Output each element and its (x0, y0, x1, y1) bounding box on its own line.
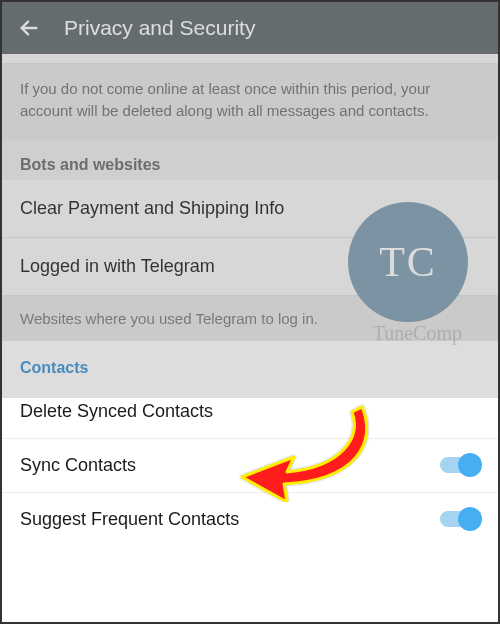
sync-contacts-label: Sync Contacts (20, 455, 136, 476)
watermark-logo-text: TC (379, 238, 437, 286)
inactivity-note: If you do not come online at least once … (2, 64, 498, 140)
delete-synced-label: Delete Synced Contacts (20, 401, 213, 422)
back-arrow-icon[interactable] (18, 17, 40, 39)
contacts-section: Contacts Delete Synced Contacts Sync Con… (2, 341, 498, 546)
suggest-frequent-item[interactable]: Suggest Frequent Contacts (2, 493, 498, 546)
app-header: Privacy and Security (2, 2, 498, 54)
section-header-bots: Bots and websites (2, 140, 498, 180)
watermark-text: TuneComp (373, 322, 462, 345)
partial-previous-item (2, 54, 498, 64)
logged-in-label: Logged in with Telegram (20, 256, 215, 276)
page-title: Privacy and Security (64, 16, 255, 40)
delete-synced-contacts-item[interactable]: Delete Synced Contacts (2, 385, 498, 439)
watermark-logo: TC (348, 202, 468, 322)
clear-payment-label: Clear Payment and Shipping Info (20, 198, 284, 218)
sync-contacts-item[interactable]: Sync Contacts (2, 439, 498, 493)
suggest-frequent-toggle[interactable] (440, 511, 480, 527)
section-header-contacts: Contacts (2, 341, 498, 385)
suggest-frequent-label: Suggest Frequent Contacts (20, 509, 239, 530)
sync-contacts-toggle[interactable] (440, 457, 480, 473)
